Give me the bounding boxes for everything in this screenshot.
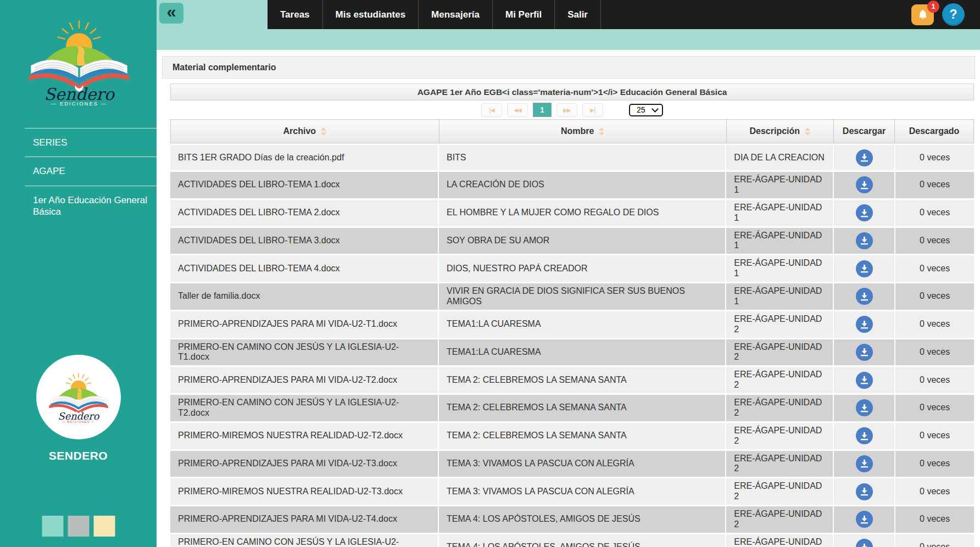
description-cell: ERE-ÁGAPE-UNIDAD 2 — [726, 423, 833, 449]
tab-mensajeria[interactable]: Mensajería — [419, 0, 493, 29]
description-cell: ERE-ÁGAPE-UNIDAD 1 — [726, 172, 833, 198]
column-header-archivo[interactable]: Archivo — [171, 120, 439, 143]
column-header-descripcion[interactable]: Descripción — [727, 120, 833, 143]
name-cell: TEMA 3: VIVAMOS LA PASCUA CON ALEGRÍA — [439, 451, 725, 477]
description-cell: ERE-ÁGAPE-UNIDAD 1 — [726, 255, 833, 282]
sidebar-item-agape[interactable]: AGAPE — [0, 157, 157, 185]
tab-tareas[interactable]: Tareas — [268, 0, 323, 29]
description-cell: ERE-ÁGAPE-UNIDAD 1 — [726, 200, 833, 226]
download-button[interactable] — [856, 372, 873, 389]
page-size-value: 25 — [637, 105, 645, 114]
download-cell — [834, 311, 894, 338]
table-row: ACTIVIDADES DEL LIBRO-TEMA 3.docx SOY OB… — [170, 228, 974, 254]
description-cell: ERE-ÁGAPE-UNIDAD 1 — [726, 228, 833, 254]
tab-salir[interactable]: Salir — [555, 0, 601, 29]
download-button[interactable] — [856, 511, 873, 528]
column-header-nombre[interactable]: Nombre — [439, 120, 726, 143]
downloaded-count-cell: 0 veces — [895, 478, 974, 505]
download-button[interactable] — [856, 539, 873, 547]
download-button[interactable] — [856, 149, 873, 166]
first-page-button[interactable]: |◀ — [481, 103, 502, 117]
file-name-cell: PRIMERO-APRENDIZAJES PARA MI VIDA-U2-T3.… — [170, 451, 438, 477]
download-icon — [860, 236, 868, 245]
file-name-cell: BITS 1ER GRADO Días de la creación.pdf — [170, 145, 438, 170]
notifications-button[interactable]: 1 — [911, 4, 934, 25]
download-button[interactable] — [856, 455, 873, 472]
column-header-descargado: Descargado — [895, 120, 973, 143]
file-name-cell: PRIMERO-MIREMOS NUESTRA REALIDAD-U2-T3.d… — [170, 478, 438, 505]
download-button[interactable] — [856, 204, 873, 221]
tab-mi-perfil[interactable]: Mi Perfil — [493, 0, 555, 29]
downloaded-count-cell: 0 veces — [895, 311, 974, 338]
tab-mis-estudiantes[interactable]: Mis estudiantes — [323, 0, 419, 29]
sort-icon — [321, 127, 326, 136]
page-size-select[interactable]: 25 — [629, 104, 663, 116]
download-cell — [834, 451, 894, 477]
download-button[interactable] — [856, 399, 873, 416]
main-area: « Tareas Mis estudiantes Mensajería Mi P… — [157, 0, 980, 547]
download-icon — [860, 181, 868, 189]
notification-badge: 1 — [927, 1, 939, 13]
table-row: ACTIVIDADES DEL LIBRO-TEMA 2.docx EL HOM… — [170, 200, 974, 226]
downloaded-count-cell: 0 veces — [895, 534, 974, 547]
name-cell: TEMA1:LA CUARESMA — [439, 311, 725, 338]
table-row: PRIMERO-EN CAMINO CON JESÚS Y LA IGLESIA… — [170, 534, 974, 547]
file-name-cell: PRIMERO-EN CAMINO CON JESÚS Y LA IGLESIA… — [170, 395, 438, 421]
description-cell: ERE-ÁGAPE-UNIDAD 2 — [726, 311, 833, 338]
file-name-cell: PRIMERO-EN CAMINO CON JESÚS Y LA IGLESIA… — [170, 534, 438, 547]
download-cell — [834, 172, 894, 198]
file-name-cell: ACTIVIDADES DEL LIBRO-TEMA 4.docx — [170, 255, 438, 282]
download-button[interactable] — [856, 176, 873, 193]
downloaded-count-cell: 0 veces — [895, 395, 974, 421]
name-cell: BITS — [439, 145, 725, 170]
table-row: PRIMERO-APRENDIZAJES PARA MI VIDA-U2-T3.… — [170, 451, 974, 477]
download-cell — [834, 478, 894, 505]
column-label: Descargado — [909, 126, 960, 136]
sort-icon — [805, 127, 810, 136]
chevron-down-icon — [652, 105, 659, 113]
table-row: PRIMERO-APRENDIZAJES PARA MI VIDA-U2-T4.… — [170, 506, 974, 533]
download-cell — [834, 534, 894, 547]
sendero-logo — [22, 16, 136, 107]
table-row: ACTIVIDADES DEL LIBRO-TEMA 4.docx DIOS, … — [170, 255, 974, 282]
download-button[interactable] — [856, 288, 873, 305]
sidebar-item-series[interactable]: SERIES — [0, 129, 157, 157]
download-cell — [834, 339, 894, 366]
sidebar-item-1er-ano[interactable]: 1er Año Educación General Básica — [0, 186, 157, 226]
page-title: Material complementario — [162, 56, 975, 79]
download-button[interactable] — [856, 483, 873, 500]
downloaded-count-cell: 0 veces — [895, 423, 974, 449]
table-row: ACTIVIDADES DEL LIBRO-TEMA 1.docx LA CRE… — [170, 172, 974, 198]
sidebar-collapse-button[interactable]: « — [159, 3, 183, 24]
download-button[interactable] — [856, 344, 873, 361]
downloaded-count-cell: 0 veces — [895, 506, 974, 533]
file-name-cell: PRIMERO-EN CAMINO CON JESÚS Y LA IGLESIA… — [170, 339, 438, 366]
table-body: BITS 1ER GRADO Días de la creación.pdf B… — [170, 145, 974, 547]
nav-icons: 1 ? — [911, 0, 980, 29]
last-page-button[interactable]: ▶| — [582, 103, 603, 117]
download-cell — [834, 395, 894, 421]
download-button[interactable] — [856, 316, 873, 333]
download-button[interactable] — [856, 427, 873, 444]
download-icon — [860, 153, 868, 162]
download-button[interactable] — [856, 260, 873, 277]
prev-page-button[interactable]: ◀◀ — [507, 103, 528, 117]
description-cell: ERE-ÁGAPE-UNIDAD 2 — [726, 506, 833, 533]
download-cell — [834, 255, 894, 282]
file-name-cell: PRIMERO-APRENDIZAJES PARA MI VIDA-U2-T1.… — [170, 311, 438, 338]
next-page-button[interactable]: ▶▶ — [556, 103, 577, 117]
description-cell: ERE-ÁGAPE-UNIDAD 1 — [726, 283, 833, 310]
help-button[interactable]: ? — [942, 3, 965, 26]
download-cell — [834, 228, 894, 254]
download-icon — [860, 292, 868, 301]
name-cell: SOY OBRA DE SU AMOR — [439, 228, 725, 254]
file-name-cell: ACTIVIDADES DEL LIBRO-TEMA 3.docx — [170, 228, 438, 254]
description-cell: ERE-ÁGAPE-UNIDAD 2 — [726, 339, 833, 366]
table-header-row: Archivo Nombre Descripción Descargar Des… — [170, 119, 974, 143]
file-name-cell: ACTIVIDADES DEL LIBRO-TEMA 1.docx — [170, 172, 438, 198]
download-icon — [860, 264, 868, 273]
name-cell: EL HOMBRE Y LA MUJER COMO REGALO DE DIOS — [439, 200, 725, 226]
current-page-button[interactable]: 1 — [533, 103, 552, 117]
download-button[interactable] — [856, 232, 873, 249]
description-cell: ERE-ÁGAPE-UNIDAD 2 — [726, 534, 833, 547]
